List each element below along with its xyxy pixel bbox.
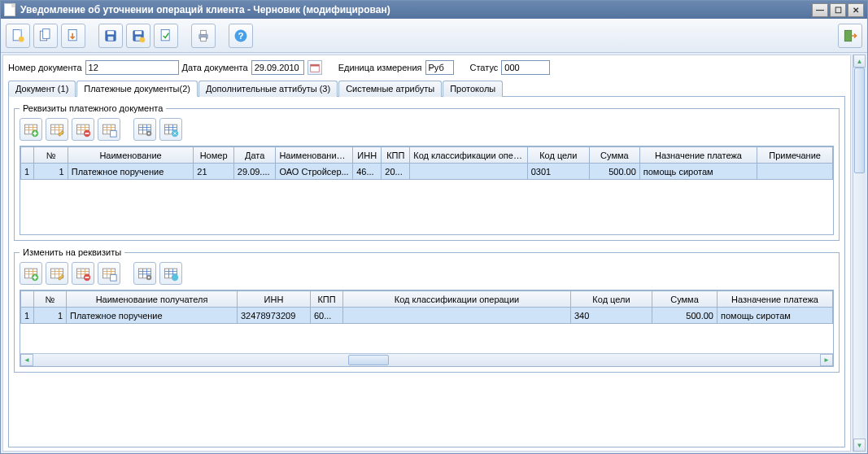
svg-point-31 (148, 133, 150, 135)
row-header: 1 (21, 308, 34, 324)
grid1-col-note[interactable]: Примечание (757, 147, 833, 164)
grid1-corner (21, 147, 34, 164)
scroll-right-icon[interactable]: ► (820, 354, 833, 366)
svg-text:?: ? (238, 30, 243, 41)
cell-recipient[interactable]: Платежное поручение (67, 308, 238, 324)
content-vscroll[interactable]: ▲ ▼ (853, 55, 866, 452)
grid2-col-kpp[interactable]: КПП (311, 291, 343, 308)
cell-purpose[interactable]: помощь сиротам (718, 308, 833, 324)
grid1-copy-button[interactable] (98, 118, 120, 141)
exit-button[interactable] (838, 24, 862, 48)
cell-recipient[interactable]: ОАО Стройсер... (276, 164, 353, 180)
cell-sum[interactable]: 500.00 (652, 308, 718, 324)
cell-date[interactable]: 29.09.... (233, 164, 276, 180)
maximize-button[interactable]: ☐ (830, 3, 846, 17)
grid2-delete-button[interactable] (72, 262, 94, 285)
grid2-hscroll[interactable]: ◄ ► (20, 353, 833, 366)
grid1-filter-button[interactable] (159, 118, 182, 141)
grid2-add-button[interactable] (20, 262, 42, 285)
cell-classif[interactable] (410, 164, 527, 180)
grid1-col-name[interactable]: Наименование (68, 147, 194, 164)
grid1-col-goal[interactable]: Код цели (527, 147, 589, 164)
grid1-col-inn[interactable]: ИНН (353, 147, 382, 164)
grid1-settings-button[interactable] (133, 118, 156, 141)
unit-input[interactable] (425, 60, 454, 75)
grid2-filter-button[interactable] (159, 262, 182, 285)
grid1-col-classif[interactable]: Код классификации операции (410, 147, 527, 164)
grid1-add-button[interactable] (20, 118, 42, 141)
scroll-left-icon[interactable]: ◄ (20, 354, 33, 366)
cell-goal[interactable]: 340 (571, 308, 652, 324)
table-row[interactable]: 1 1 Платежное поручение 32478973209 60..… (21, 308, 833, 324)
grid2-col-sum[interactable]: Сумма (652, 291, 718, 308)
cell-classif[interactable] (343, 308, 571, 324)
payment-requisites-table[interactable]: № Наименование Номер Дата Наименование п… (20, 146, 833, 180)
cell-inn[interactable]: 32478973209 (238, 308, 311, 324)
cell-inn[interactable]: 46... (353, 164, 382, 180)
cell-note[interactable] (757, 164, 833, 180)
svg-rect-4 (43, 28, 50, 38)
cell-number[interactable]: 21 (194, 164, 233, 180)
new-doc-button[interactable] (6, 24, 30, 48)
scroll-up-icon[interactable]: ▲ (853, 55, 866, 68)
export-doc-button[interactable] (61, 24, 85, 48)
grid1-col-n[interactable]: № (34, 147, 68, 164)
close-button[interactable]: ✕ (848, 3, 864, 17)
grid2-edit-button[interactable] (46, 262, 68, 285)
grid2-col-goal[interactable]: Код цели (571, 291, 652, 308)
svg-rect-19 (844, 30, 851, 41)
cell-kpp[interactable]: 20... (382, 164, 410, 180)
copy-doc-button[interactable] (33, 24, 58, 48)
svg-rect-28 (111, 131, 117, 138)
grid1-col-sum[interactable]: Сумма (589, 147, 639, 164)
grid1-delete-button[interactable] (72, 118, 94, 141)
doc-date-label: Дата документа (182, 63, 248, 72)
cell-goal[interactable]: 0301 (527, 164, 589, 180)
cell-purpose[interactable]: помощь сиротам (639, 164, 757, 180)
grid2-col-inn[interactable]: ИНН (238, 291, 311, 308)
save-as-button[interactable] (126, 24, 150, 48)
scroll-down-icon[interactable]: ▼ (853, 439, 866, 452)
tab-additional-attrs[interactable]: Дополнительные аттибуты (3) (198, 81, 338, 97)
table-row[interactable]: 1 1 Платежное поручение 21 29.09.... ОАО… (21, 164, 833, 180)
tab-payment-docs[interactable]: Платежные документы(2) (76, 81, 198, 97)
grid1-col-date[interactable]: Дата (233, 147, 276, 164)
calendar-icon[interactable] (308, 60, 322, 75)
print-button[interactable] (191, 24, 216, 48)
save-button[interactable] (98, 24, 123, 48)
status-input[interactable] (501, 60, 550, 75)
grid1-col-kpp[interactable]: КПП (382, 147, 410, 164)
titlebar[interactable]: Уведомление об уточнении операций клиент… (1, 1, 867, 19)
doc-date-input[interactable] (251, 60, 304, 75)
grid1-col-recipient[interactable]: Наименование получателя (276, 147, 353, 164)
svg-point-12 (140, 37, 146, 42)
doc-number-input[interactable] (85, 60, 179, 75)
save-confirm-button[interactable] (154, 24, 178, 48)
grid2-col-recipient[interactable]: Наименование получателя (67, 291, 238, 308)
cell-name[interactable]: Платежное поручение (68, 164, 194, 180)
change-requisites-table[interactable]: № Наименование получателя ИНН КПП Код кл… (20, 290, 833, 324)
grid2-toolbar (20, 262, 834, 285)
svg-point-2 (19, 36, 24, 41)
grid1-edit-button[interactable] (46, 118, 68, 141)
hscroll-thumb[interactable] (348, 355, 389, 365)
grid2-copy-button[interactable] (98, 262, 120, 285)
help-button[interactable]: ? (229, 24, 253, 48)
minimize-button[interactable]: — (812, 3, 828, 17)
grid2-col-n[interactable]: № (34, 291, 67, 308)
cell-kpp[interactable]: 60... (311, 308, 343, 324)
grid1-col-purpose[interactable]: Назначение платежа (639, 147, 757, 164)
cell-sum[interactable]: 500.00 (589, 164, 639, 180)
grid2-col-classif[interactable]: Код классификации операции (343, 291, 571, 308)
grid2-col-purpose[interactable]: Назначение платежа (718, 291, 833, 308)
svg-rect-40 (111, 275, 117, 282)
cell-n[interactable]: 1 (34, 164, 68, 180)
grid2-settings-button[interactable] (133, 262, 156, 285)
tab-system-attrs[interactable]: Системные атрибуты (338, 81, 442, 97)
vscroll-thumb[interactable] (854, 68, 865, 173)
main-toolbar: ? (1, 19, 867, 53)
cell-n[interactable]: 1 (34, 308, 67, 324)
tab-protocols[interactable]: Протоколы (443, 81, 503, 97)
tab-document[interactable]: Документ (1) (8, 81, 76, 97)
grid1-col-number[interactable]: Номер (194, 147, 233, 164)
